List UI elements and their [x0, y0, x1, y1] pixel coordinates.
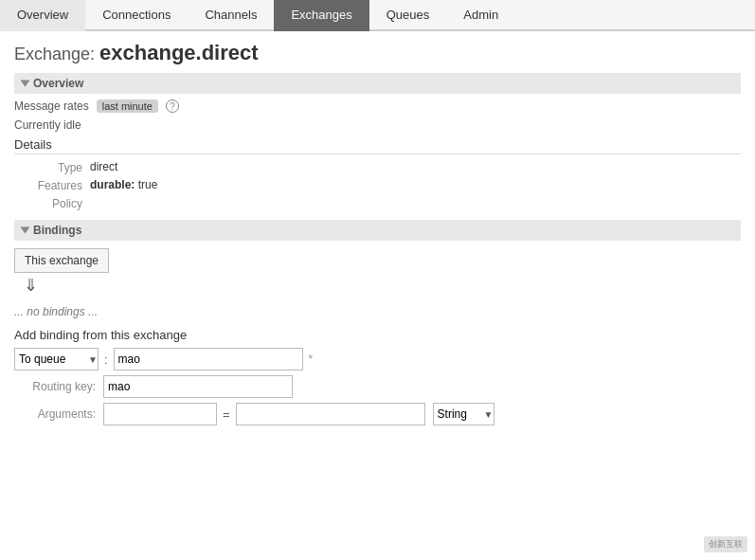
destination-select[interactable]: To queue To exchange — [15, 349, 103, 370]
details-policy-row: Policy — [14, 196, 741, 210]
this-exchange-button[interactable]: This exchange — [14, 248, 109, 273]
arguments-label: Arguments: — [14, 407, 99, 421]
details-type-row: Type direct — [14, 160, 741, 174]
nav-channels[interactable]: Channels — [188, 0, 274, 31]
no-bindings-text: ... no bindings ... — [14, 305, 741, 318]
nav-overview[interactable]: Overview — [0, 0, 85, 31]
details-features-value: durable: true — [90, 178, 157, 191]
routing-key-input[interactable] — [103, 375, 293, 398]
destination-colon: : — [104, 352, 108, 367]
destination-asterisk: * — [309, 352, 314, 366]
details-type-value: direct — [90, 160, 117, 173]
arrow-down-icon: ⇓ — [24, 275, 38, 296]
details-label: Details — [14, 137, 741, 154]
top-nav: Overview Connections Channels Exchanges … — [0, 0, 755, 31]
details-type-key: Type — [14, 160, 90, 174]
overview-section-header[interactable]: Overview — [14, 73, 741, 94]
overview-collapse-icon — [21, 81, 30, 87]
page-title: Exchange: exchange.direct — [14, 41, 741, 65]
bindings-section-label: Bindings — [33, 224, 81, 237]
details-features-bold: durable: — [90, 178, 135, 191]
page-title-prefix: Exchange: — [14, 45, 99, 63]
arguments-key-input[interactable] — [103, 403, 217, 425]
details-features-key: Features — [14, 178, 90, 192]
message-rates-badge[interactable]: last minute — [97, 99, 158, 113]
idle-text: Currently idle — [14, 118, 741, 132]
overview-section-label: Overview — [33, 77, 83, 90]
page-wrapper: Overview Connections Channels Exchanges … — [0, 0, 755, 560]
nav-admin[interactable]: Admin — [446, 0, 515, 31]
destination-input[interactable] — [114, 348, 303, 370]
nav-exchanges[interactable]: Exchanges — [274, 0, 369, 31]
arguments-equals: = — [223, 407, 230, 422]
details-features-durable: true — [135, 178, 157, 191]
details-features-row: Features durable: true — [14, 178, 741, 192]
arguments-val-input[interactable] — [236, 403, 425, 425]
watermark: 创新互联 — [704, 536, 747, 552]
type-select-wrapper[interactable]: String Number Boolean ▼ — [433, 403, 494, 425]
type-select[interactable]: String Number Boolean — [434, 404, 499, 425]
destination-select-wrapper[interactable]: To queue To exchange ▼ — [14, 348, 99, 370]
routing-key-label: Routing key: — [14, 380, 99, 393]
add-binding-arguments-row: Arguments: = String Number Boolean ▼ — [14, 403, 741, 425]
content-area: Exchange: exchange.direct Overview Messa… — [0, 31, 755, 440]
bindings-box: This exchange ⇓ — [14, 248, 741, 298]
bindings-section-header[interactable]: Bindings — [14, 220, 741, 241]
bindings-collapse-icon — [21, 227, 30, 234]
add-binding-destination-row: To queue To exchange ▼ : * — [14, 348, 741, 370]
message-rates-row: Message rates last minute ? — [14, 99, 741, 113]
nav-connections[interactable]: Connections — [85, 0, 188, 31]
nav-queues[interactable]: Queues — [369, 0, 447, 31]
add-binding-label: Add binding from this exchange — [14, 328, 741, 342]
details-policy-key: Policy — [14, 196, 90, 210]
message-rates-label: Message rates — [14, 99, 89, 113]
message-rates-help-icon[interactable]: ? — [166, 99, 179, 113]
page-title-name: exchange.direct — [99, 41, 259, 64]
add-binding-routing-row: Routing key: — [14, 375, 741, 398]
details-table: Type direct Features durable: true Polic… — [14, 160, 741, 210]
